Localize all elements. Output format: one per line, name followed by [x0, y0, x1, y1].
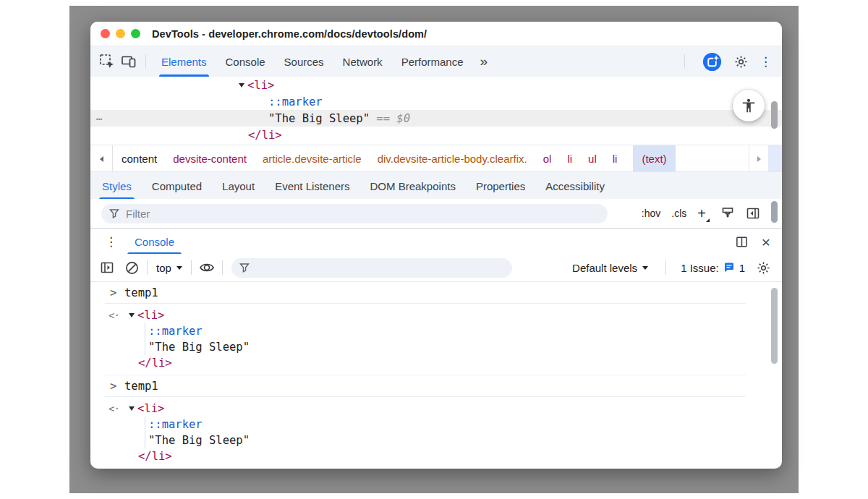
devtools-window: DevTools - developer.chrome.com/docs/dev… — [90, 22, 782, 469]
clear-console-icon[interactable] — [122, 260, 141, 276]
breadcrumb-item-selected[interactable]: (text) — [633, 145, 675, 172]
log-levels-dropdown[interactable]: Default levels — [569, 262, 651, 274]
rendering-brush-icon[interactable] — [720, 206, 735, 221]
tree-indent-guide — [145, 417, 145, 448]
settings-gear-icon[interactable] — [733, 54, 749, 69]
styles-filter-input[interactable]: Filter — [101, 204, 608, 223]
more-tabs-icon[interactable]: » — [473, 46, 495, 77]
text-node-value: "The Big Sleep" — [148, 341, 250, 354]
filter-funnel-icon — [239, 263, 250, 273]
drawer-menu-kebab-icon[interactable]: ⋮ — [105, 229, 117, 255]
text-node-value: "The Big Sleep" — [268, 112, 370, 125]
return-value-icon: <· — [102, 403, 129, 414]
dom-node-marker[interactable]: ::marker — [90, 93, 782, 110]
marker-pseudo-label: ::marker — [268, 95, 323, 108]
breadcrumb-item[interactable]: article.devsite-article — [263, 153, 362, 165]
title-bar: DevTools - developer.chrome.com/docs/dev… — [90, 22, 782, 46]
zoom-window-button[interactable] — [131, 29, 140, 38]
breadcrumb-forward-icon[interactable] — [749, 145, 768, 172]
dollar-zero-badge: $0 — [396, 112, 410, 125]
toolbar-divider — [684, 54, 685, 69]
console-result[interactable]: <· <li> ::marker "The Big Sleep" </li> — [90, 397, 782, 468]
breadcrumb-item[interactable]: ol — [543, 153, 552, 165]
tab-properties[interactable]: Properties — [466, 172, 535, 200]
breadcrumb-item[interactable]: devsite-content — [173, 153, 247, 165]
device-toolbar-icon[interactable] — [118, 46, 140, 77]
issues-counter[interactable]: 1 Issue: 1 — [681, 262, 745, 274]
tab-event-listeners[interactable]: Event Listeners — [265, 172, 359, 200]
li-close-tag: </li> — [248, 129, 282, 142]
new-style-rule-button[interactable]: + — [697, 206, 710, 221]
toolbar-divider — [191, 260, 192, 275]
chevron-down-icon — [642, 266, 648, 270]
scrollbar-track — [768, 145, 782, 172]
tab-console[interactable]: Console — [216, 46, 275, 77]
space — [390, 112, 396, 125]
breadcrumb-item[interactable]: li — [567, 153, 572, 165]
tab-performance[interactable]: Performance — [392, 46, 473, 77]
expand-arrow-icon[interactable] — [239, 83, 244, 88]
breadcrumb-item[interactable]: content — [122, 153, 157, 165]
console-input-text: temp1 — [124, 380, 158, 393]
console-scrollbar-thumb[interactable] — [771, 288, 778, 364]
devtools-main-toolbar: Elements Console Sources Network Perform… — [90, 46, 782, 77]
li-open-tag: <li> — [247, 79, 274, 92]
tab-computed[interactable]: Computed — [142, 172, 212, 200]
toolbar-divider — [145, 54, 146, 69]
element-classes-button[interactable]: .cls — [671, 208, 686, 219]
breadcrumb-item[interactable]: li — [613, 153, 618, 165]
console-input-echo[interactable]: > temp1 — [90, 375, 782, 396]
inspect-element-icon[interactable] — [96, 46, 118, 77]
breadcrumb-back-icon[interactable] — [90, 145, 113, 172]
close-window-button[interactable] — [101, 29, 110, 38]
close-drawer-icon[interactable]: × — [762, 234, 770, 250]
overflow-dots-icon: ⋯ — [96, 113, 103, 124]
elements-scrollbar-thumb[interactable] — [771, 101, 778, 129]
toggle-element-state-button[interactable]: :hov — [642, 208, 660, 219]
minimize-window-button[interactable] — [116, 29, 125, 38]
drawer-tab-console[interactable]: Console — [129, 229, 180, 255]
dom-node-li-close[interactable]: </li> — [90, 127, 782, 143]
console-filter-input[interactable] — [231, 258, 512, 278]
tab-elements[interactable]: Elements — [152, 46, 216, 77]
window-title: DevTools - developer.chrome.com/docs/dev… — [152, 28, 427, 40]
tab-sources[interactable]: Sources — [275, 46, 333, 77]
breadcrumb-item[interactable]: div.devsite-article-body.clearfix. — [378, 153, 527, 165]
tab-accessibility[interactable]: Accessibility — [535, 172, 615, 200]
gemini-assistant-icon[interactable] — [702, 51, 723, 72]
styles-scrollbar-thumb[interactable] — [771, 201, 778, 223]
console-sidebar-icon[interactable] — [98, 260, 116, 275]
prompt-chevron-icon: > — [110, 380, 124, 393]
breadcrumb-item[interactable]: ul — [588, 153, 597, 165]
marker-pseudo-label: ::marker — [148, 418, 203, 431]
console-messages: > temp1 <· <li> ::marker "The Big Sleep"… — [90, 282, 782, 469]
tab-styles[interactable]: Styles — [92, 172, 142, 200]
console-input-echo[interactable]: > temp1 — [90, 282, 782, 303]
expand-arrow-icon[interactable] — [129, 313, 135, 317]
li-open-tag: <li> — [137, 402, 164, 415]
accessibility-fab-button[interactable] — [733, 90, 765, 121]
li-close-tag: </li> — [138, 450, 172, 463]
split-panel-icon[interactable] — [735, 235, 749, 249]
chevron-down-icon — [176, 266, 182, 270]
main-menu-kebab-icon[interactable]: ⋮ — [760, 54, 772, 69]
console-settings-gear-icon[interactable] — [754, 260, 773, 276]
dom-node-li-open[interactable]: <li> — [90, 77, 782, 93]
issue-message-icon — [723, 262, 735, 273]
context-selector-dropdown[interactable]: top — [153, 262, 185, 274]
prompt-chevron-icon: > — [110, 286, 124, 299]
toggle-styles-sidebar-icon[interactable] — [746, 206, 760, 221]
tab-dom-breakpoints[interactable]: DOM Breakpoints — [360, 172, 466, 200]
console-result[interactable]: <· <li> ::marker "The Big Sleep" </li> — [90, 304, 782, 375]
equals-sign: == — [376, 112, 390, 125]
tab-network[interactable]: Network — [333, 46, 392, 77]
dom-node-text-selected[interactable]: ⋯ "The Big Sleep" == $0 — [90, 110, 782, 127]
toolbar-divider — [147, 260, 148, 275]
console-input-text: temp1 — [124, 286, 158, 299]
tab-layout[interactable]: Layout — [212, 172, 265, 200]
console-drawer-header: ⋮ Console × — [90, 228, 782, 255]
traffic-lights — [101, 29, 140, 38]
live-expression-eye-icon[interactable] — [197, 260, 216, 276]
li-open-tag: <li> — [137, 309, 164, 322]
expand-arrow-icon[interactable] — [129, 406, 135, 411]
